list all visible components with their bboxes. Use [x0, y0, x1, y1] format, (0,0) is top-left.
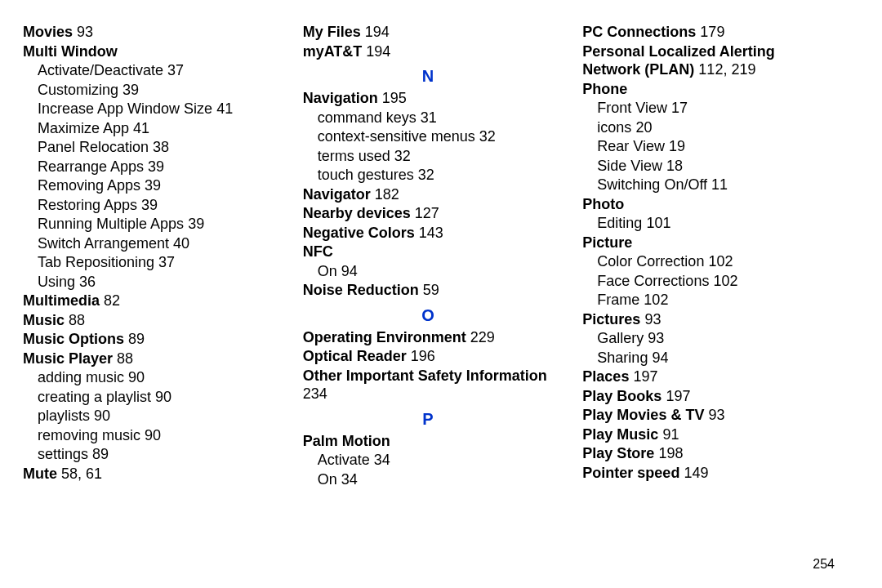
- index-pages: 195: [378, 90, 407, 106]
- index-pages: 32: [390, 148, 411, 164]
- index-subentry: Sharing 94: [582, 349, 833, 368]
- index-label: My Files: [303, 24, 361, 40]
- index-label: Play Store: [582, 445, 654, 461]
- index-label: Tab Repositioning: [38, 254, 154, 270]
- index-pages: 20: [631, 119, 652, 136]
- index-entry: Navigator 182: [303, 185, 554, 204]
- index-label: Music: [23, 312, 65, 328]
- index-label: Side View: [597, 158, 662, 174]
- index-label: Rearrange Apps: [38, 158, 144, 175]
- index-pages: 19: [665, 138, 685, 154]
- index-label: Panel Relocation: [38, 139, 149, 155]
- index-subentry: Rearrange Apps 39: [23, 158, 274, 176]
- index-label: On: [318, 263, 337, 279]
- index-pages: 194: [361, 24, 390, 40]
- index-pages: 197: [662, 388, 690, 404]
- index-entry: Play Store 198: [582, 444, 833, 463]
- index-subentry: Gallery 93: [582, 329, 833, 348]
- index-pages: 40: [169, 235, 189, 252]
- index-label: Pointer speed: [582, 465, 679, 481]
- index-label: touch gestures: [318, 167, 414, 183]
- index-pages: 39: [118, 82, 139, 98]
- index-label: Multimedia: [23, 292, 100, 309]
- index-subentry: adding music 90: [23, 368, 274, 387]
- index-entry: Music Options 89: [23, 330, 274, 349]
- index-pages: 90: [151, 389, 172, 405]
- index-columns: Movies 93Multi WindowActivate/Deactivate…: [23, 23, 833, 546]
- index-subentry: Frame 102: [582, 291, 833, 310]
- index-pages: 39: [184, 216, 204, 232]
- index-entry: Photo: [582, 195, 833, 214]
- index-label: Multi Window: [23, 43, 118, 60]
- section-letter: N: [303, 66, 554, 87]
- index-subentry: Running Multiple Apps 39: [23, 215, 274, 234]
- index-pages: 11: [707, 176, 728, 193]
- index-label: Operating Environment: [303, 329, 466, 345]
- index-pages: 229: [466, 329, 495, 345]
- index-subentry: creating a playlist 90: [23, 388, 274, 407]
- index-label: Navigation: [303, 90, 378, 106]
- index-pages: 102: [709, 273, 737, 289]
- index-pages: 127: [411, 205, 439, 221]
- index-pages: 38: [149, 139, 169, 155]
- index-label: creating a playlist: [38, 389, 151, 405]
- index-pages: 91: [658, 426, 679, 443]
- index-label: Increase App Window Size: [38, 100, 212, 117]
- index-label: PC Connections: [582, 24, 696, 40]
- index-label: Frame: [597, 292, 639, 308]
- index-pages: 112, 219: [694, 61, 755, 78]
- index-entry: myAT&T 194: [303, 42, 554, 61]
- index-entry: Phone: [582, 80, 833, 99]
- index-entry: Navigation 195: [303, 89, 554, 108]
- index-pages: 39: [137, 197, 158, 213]
- index-pages: 88: [113, 350, 133, 367]
- index-label: Other Important Safety Information: [303, 368, 547, 384]
- index-entry: Mute 58, 61: [23, 465, 274, 483]
- index-column: PC Connections 179Personal Localized Ale…: [582, 23, 833, 546]
- index-label: adding music: [38, 369, 124, 385]
- index-pages: 93: [704, 407, 724, 423]
- index-label: Face Corrections: [597, 273, 709, 289]
- index-entry: Personal Localized Alerting Network (PLA…: [582, 42, 833, 79]
- index-label: NFC: [303, 243, 333, 260]
- index-pages: 31: [416, 109, 437, 126]
- index-label: icons: [597, 119, 631, 136]
- index-label: Negative Colors: [303, 225, 415, 241]
- index-label: Nearby devices: [303, 205, 411, 221]
- index-pages: 36: [75, 274, 96, 290]
- index-pages: 93: [644, 330, 664, 346]
- index-subentry: Removing Apps 39: [23, 176, 274, 195]
- index-pages: 37: [163, 62, 184, 78]
- index-subentry: command keys 31: [303, 109, 554, 127]
- index-entry: Places 197: [582, 368, 833, 386]
- index-pages: 198: [654, 445, 683, 461]
- index-subentry: touch gestures 32: [303, 166, 554, 185]
- index-label: Sharing: [597, 350, 648, 366]
- index-label: Photo: [582, 196, 624, 212]
- index-subentry: Panel Relocation 38: [23, 138, 274, 157]
- index-pages: 34: [370, 452, 390, 468]
- index-label: Gallery: [597, 330, 644, 346]
- index-label: playlists: [38, 408, 90, 424]
- index-entry: Play Movies & TV 93: [582, 406, 833, 425]
- index-label: Restoring Apps: [38, 197, 137, 213]
- index-subentry: removing music 90: [23, 426, 274, 445]
- index-subentry: Side View 18: [582, 157, 833, 176]
- index-pages: 41: [129, 120, 149, 136]
- index-entry: Negative Colors 143: [303, 224, 554, 243]
- index-subentry: Restoring Apps 39: [23, 196, 274, 215]
- index-pages: 90: [140, 427, 161, 443]
- index-entry: Pointer speed 149: [582, 464, 833, 483]
- index-pages: 179: [696, 24, 724, 40]
- index-label: Optical Reader: [303, 348, 407, 364]
- index-label: Mute: [23, 466, 57, 482]
- index-pages: 94: [648, 350, 668, 366]
- index-label: command keys: [318, 109, 416, 126]
- index-label: Front View: [597, 100, 667, 116]
- index-column: My Files 194myAT&T 194NNavigation 195com…: [303, 23, 554, 546]
- index-entry: My Files 194: [303, 23, 554, 42]
- index-pages: 89: [88, 446, 109, 462]
- index-pages: 34: [337, 471, 358, 488]
- index-label: Play Music: [582, 426, 658, 443]
- index-pages: 32: [414, 167, 434, 183]
